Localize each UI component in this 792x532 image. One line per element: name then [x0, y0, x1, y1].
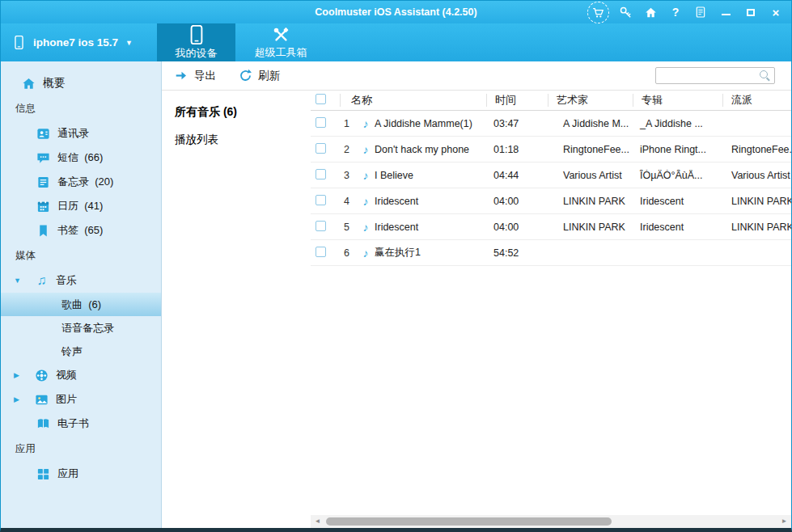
titlebar-actions: ? × [587, 1, 785, 23]
sidebar-item-ringtones[interactable]: 铃声 [1, 340, 161, 363]
cell-artist: A Jiddishe M... [548, 118, 633, 129]
cell-genre: RingtoneFee... [723, 144, 791, 155]
horizontal-scrollbar: ◄ ► [311, 515, 791, 528]
home-icon[interactable] [642, 3, 659, 21]
sidebar-item-contacts[interactable]: 通讯录 [1, 121, 161, 146]
cell-artist: Various Artist [548, 170, 633, 181]
cell-album: _A Jiddishe ... [633, 118, 723, 129]
cell-artist: LINKIN PARK [548, 222, 633, 233]
table-row[interactable]: 4 ♪ Iridescent 04:00 LINKIN PARK Iridesc… [311, 188, 791, 214]
sidebar-item-overview[interactable]: 概要 [1, 71, 161, 95]
cell-genre: LINKIN PARK [723, 222, 791, 233]
sidebar-item-label: 歌曲 (6) [61, 298, 101, 312]
column-artist[interactable]: 艺术家 [548, 94, 633, 107]
select-all-checkbox[interactable] [316, 94, 326, 104]
device-dropdown-icon: ▼ [125, 39, 133, 47]
feedback-icon[interactable] [692, 3, 709, 21]
overview-home-icon [22, 77, 36, 91]
sidebar-item-label: 应用 [57, 467, 78, 481]
row-checkbox[interactable] [316, 117, 326, 128]
column-album[interactable]: 专辑 [633, 94, 723, 107]
search-icon[interactable] [760, 70, 771, 82]
sidebar-item-label: 音乐 [56, 273, 77, 288]
table-row[interactable]: 3 ♪ I Believe 04:44 Various Artist ÎÒµÄÒ… [311, 163, 791, 188]
scroll-left-icon[interactable]: ◄ [311, 515, 324, 528]
table-row[interactable]: 2 ♪ Don't hack my phone 01:18 RingtoneFe… [311, 137, 791, 163]
refresh-button[interactable]: 刷新 [239, 69, 280, 83]
cell-album: iPhone Ringt... [633, 144, 723, 155]
sidebar-item-music[interactable]: ▼ ♫ 音乐 [1, 268, 161, 293]
cell-name: 赢在执行1 [375, 246, 487, 260]
apps-grid-icon [36, 467, 50, 481]
expand-closed-icon[interactable]: ▶ [14, 395, 28, 403]
notes-icon [36, 175, 50, 189]
cell-time: 03:47 [487, 118, 548, 129]
tab-toolbox[interactable]: 超级工具箱 [235, 23, 326, 61]
expand-open-icon[interactable]: ▼ [14, 277, 28, 285]
sidebar-section-media: 媒体 [1, 243, 161, 268]
sidebar-item-video[interactable]: ▶ 视频 [1, 363, 161, 387]
scroll-right-icon[interactable]: ► [777, 515, 791, 528]
minimize-button[interactable] [717, 3, 735, 21]
maximize-button[interactable] [742, 3, 760, 21]
row-checkbox[interactable] [316, 195, 326, 205]
sidebar-item-voice-memos[interactable]: 语音备忘录 [1, 316, 161, 340]
store-cart-icon[interactable] [587, 2, 609, 23]
sidebar-item-photos[interactable]: ▶ 图片 [1, 387, 161, 412]
device-selector[interactable]: iphone7 ios 15.7 ▼ [1, 23, 157, 61]
column-time[interactable]: 时间 [487, 94, 548, 107]
music-note-icon: ♪ [357, 195, 375, 208]
search-box [655, 67, 775, 84]
export-button[interactable]: 导出 [175, 69, 216, 83]
table-row[interactable]: 1 ♪ A Jiddishe Mamme(1) 03:47 A Jiddishe… [311, 111, 791, 137]
table-header: 名称 时间 艺术家 专辑 流派 [311, 91, 791, 111]
cell-album: Iridescent [633, 196, 723, 207]
scrollbar-track[interactable] [324, 515, 777, 528]
export-label: 导出 [194, 69, 216, 83]
register-key-icon[interactable] [616, 3, 634, 21]
sidebar-item-label: 短信 (66) [57, 150, 103, 165]
cell-name: Don't hack my phone [375, 144, 487, 155]
app-window: Coolmuster iOS Assistant (4.2.50) ? [0, 0, 792, 532]
help-icon[interactable]: ? [667, 3, 684, 21]
tab-bar: 我的设备 超级工具箱 [157, 23, 326, 61]
sidebar-item-label: 日历 (41) [57, 199, 103, 213]
expand-closed-icon[interactable]: ▶ [14, 371, 28, 379]
sidebar-item-label: 概要 [43, 76, 65, 91]
sidebar-item-apps[interactable]: 应用 [1, 462, 161, 486]
cell-time: 04:00 [487, 222, 548, 233]
row-checkbox[interactable] [316, 221, 326, 231]
songs-table: 名称 时间 艺术家 专辑 流派 1 ♪ A Jiddishe Mamme(1) … [311, 91, 791, 515]
column-name[interactable]: 名称 [341, 94, 487, 107]
cell-time: 04:00 [487, 196, 548, 207]
search-input[interactable] [656, 68, 774, 83]
music-note-icon: ♪ [357, 169, 375, 182]
contacts-icon [36, 127, 50, 141]
cart-icon [591, 6, 605, 19]
close-button[interactable]: × [767, 3, 785, 21]
sidebar-item-ebooks[interactable]: 电子书 [1, 412, 161, 436]
sidebar-item-songs[interactable]: 歌曲 (6) [1, 293, 161, 316]
refresh-icon [239, 69, 252, 82]
my-device-icon [189, 25, 204, 44]
content-toolbar: 导出 刷新 [162, 61, 791, 91]
cell-artist: LINKIN PARK [548, 196, 633, 207]
row-checkbox[interactable] [316, 143, 326, 154]
sidebar-item-notes[interactable]: 备忘录 (20) [1, 170, 161, 194]
playlists-item[interactable]: 播放列表 [175, 133, 311, 147]
table-row[interactable]: 6 ♪ 赢在执行1 54:52 [311, 240, 791, 266]
table-row[interactable]: 5 ♪ Iridescent 04:00 LINKIN PARK Iridesc… [311, 214, 791, 240]
all-music-item[interactable]: 所有音乐 (6) [175, 105, 311, 120]
sidebar-item-label: 备忘录 (20) [57, 175, 113, 189]
row-checkbox[interactable] [316, 169, 326, 179]
sidebar-item-calendar[interactable]: 日历 (41) [1, 194, 161, 218]
tab-my-device[interactable]: 我的设备 [157, 23, 235, 61]
row-checkbox[interactable] [316, 247, 326, 257]
cell-name: I Believe [375, 170, 487, 181]
column-genre[interactable]: 流派 [723, 94, 791, 107]
scrollbar-thumb[interactable] [326, 517, 612, 526]
calendar-icon [36, 200, 50, 213]
sidebar-item-label: 视频 [56, 368, 77, 382]
sidebar-item-bookmarks[interactable]: 书签 (65) [1, 218, 161, 243]
sidebar-item-messages[interactable]: 短信 (66) [1, 146, 161, 170]
